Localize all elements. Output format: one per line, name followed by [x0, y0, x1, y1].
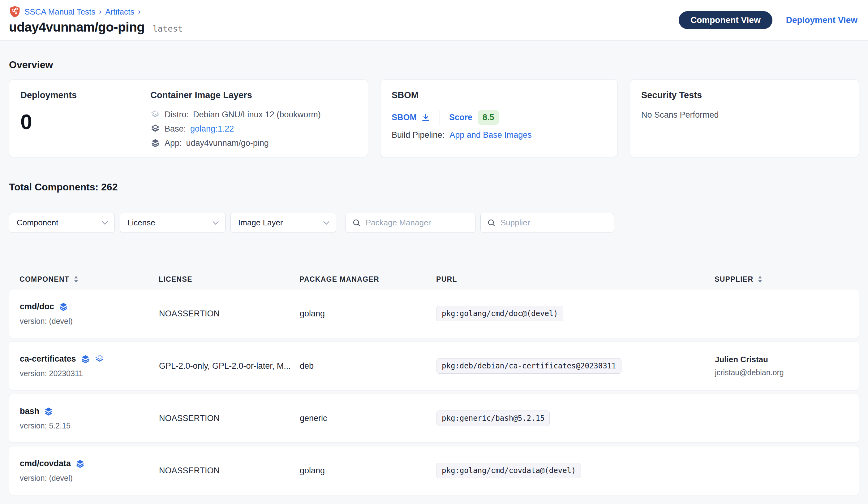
components-table: COMPONENT LICENSE PACKAGE MANAGER PURL S… [9, 269, 859, 495]
ssca-shield-logo-icon [9, 6, 21, 18]
table-row[interactable]: bash version: 5.2.15 NOASSERTION generic… [9, 394, 859, 443]
column-header-purl: PURL [436, 275, 715, 284]
license-cell: NOASSERTION [159, 309, 300, 319]
sort-icon[interactable] [73, 275, 79, 283]
component-version: version: 20230311 [20, 369, 159, 378]
download-icon [421, 113, 430, 122]
component-cell: cmd/covdata version: (devel) [20, 459, 159, 483]
supplier-name: Julien Cristau [715, 355, 848, 364]
layer-label: Distro: [165, 110, 189, 120]
deployments-count: 0 [20, 110, 150, 134]
package-manager-search [345, 213, 475, 233]
view-toggle: Component View Deployment View [679, 11, 857, 29]
component-name: cmd/covdata [20, 459, 71, 468]
column-header-component[interactable]: COMPONENT [20, 275, 159, 284]
build-pipeline-label: Build Pipeline: [392, 130, 445, 140]
page-header: SSCA Manual Tests › Artifacts › uday4vun… [0, 0, 868, 41]
security-tests-title: Security Tests [641, 90, 848, 100]
column-header-license: LICENSE [159, 275, 299, 284]
breadcrumb-artifacts-link[interactable]: Artifacts [105, 7, 134, 17]
image-layer-row: Distro: Debian GNU/Linux 12 (bookworm) [150, 110, 321, 120]
table-row[interactable]: cmd/covdata version: (devel) NOASSERTION… [9, 446, 859, 495]
column-header-supplier[interactable]: SUPPLIER [715, 275, 848, 284]
purl-chip[interactable]: pkg:golang/cmd/doc@(devel) [436, 306, 563, 321]
page-title: uday4vunnam/go-ping [9, 20, 145, 35]
purl-chip[interactable]: pkg:deb/debian/ca-certificates@20230311 [436, 358, 621, 374]
component-name: ca-certificates [20, 354, 76, 364]
app-layer-icon [150, 138, 160, 148]
app-stack-icon [44, 406, 53, 416]
supplier-email: jcristau@debian.org [715, 368, 848, 377]
deployments-label: Deployments [20, 90, 150, 100]
divider [440, 111, 440, 125]
base-layer-icon [150, 124, 160, 134]
security-tests-card: Security Tests No Scans Performed [630, 79, 859, 157]
component-version: version: (devel) [20, 474, 159, 483]
component-version: version: (devel) [20, 317, 159, 326]
build-pipeline-link[interactable]: App and Base Images [450, 130, 532, 140]
license-cell: NOASSERTION [159, 466, 300, 475]
package-manager-cell: golang [300, 466, 436, 475]
total-components-heading: Total Components: 262 [9, 181, 859, 193]
image-layer-filter-select[interactable]: Image Layer [230, 213, 336, 233]
sbom-score-label: Score [449, 113, 472, 122]
deployment-view-button[interactable]: Deployment View [786, 15, 857, 25]
license-filter-select[interactable]: License [120, 213, 226, 233]
purl-chip[interactable]: pkg:golang/cmd/covdata@(devel) [436, 463, 581, 478]
container-image-layers-title: Container Image Layers [150, 90, 321, 100]
table-header-row: COMPONENT LICENSE PACKAGE MANAGER PURL S… [9, 269, 859, 289]
deployments-and-layers-card: Deployments 0 Container Image Layers Dis… [9, 79, 368, 157]
chevron-down-icon [102, 221, 108, 225]
supplier-search-input[interactable] [500, 218, 608, 228]
package-manager-cell: generic [300, 414, 436, 423]
sort-icon[interactable] [757, 275, 763, 283]
sbom-card: SBOM SBOM Score 8.5 Build Pipeline: App … [380, 79, 618, 157]
sbom-score-badge: 8.5 [478, 110, 499, 125]
layer-value: Debian GNU/Linux 12 (bookworm) [193, 110, 321, 120]
chevron-down-icon [323, 221, 330, 225]
table-row[interactable]: cmd/doc version: (devel) NOASSERTION gol… [9, 289, 859, 338]
supplier-cell: Julien Cristau jcristau@debian.org [715, 355, 848, 377]
purl-chip[interactable]: pkg:generic/bash@5.2.15 [436, 411, 550, 426]
distro-diamond-icon [95, 354, 105, 364]
component-name: cmd/doc [20, 302, 54, 311]
purl-cell: pkg:golang/cmd/doc@(devel) [436, 306, 715, 321]
component-cell: bash version: 5.2.15 [20, 406, 159, 430]
component-cell: ca-certificates version: 20230311 [20, 354, 159, 378]
search-icon [487, 218, 496, 228]
layer-label: Base: [165, 124, 186, 134]
component-version: version: 5.2.15 [20, 421, 159, 430]
layer-value: uday4vunnam/go-ping [186, 138, 269, 148]
overview-heading: Overview [9, 59, 859, 71]
package-manager-search-input[interactable] [366, 218, 469, 228]
package-manager-cell: deb [300, 361, 436, 371]
supplier-search [480, 213, 614, 233]
component-cell: cmd/doc version: (devel) [20, 302, 159, 326]
distro-layer-icon [150, 110, 160, 120]
column-header-package-manager: PACKAGE MANAGER [299, 275, 436, 284]
component-name: bash [20, 406, 39, 416]
purl-cell: pkg:generic/bash@5.2.15 [436, 411, 715, 426]
layer-label: App: [165, 138, 182, 148]
license-cell: NOASSERTION [159, 414, 300, 423]
app-stack-icon [59, 302, 68, 312]
container-image-layers-list: Distro: Debian GNU/Linux 12 (bookworm) B… [150, 110, 321, 148]
purl-cell: pkg:deb/debian/ca-certificates@20230311 [436, 358, 715, 374]
search-icon [352, 218, 361, 228]
app-stack-icon [75, 459, 85, 469]
filters-bar: Component License Image Layer [9, 213, 859, 233]
package-manager-cell: golang [300, 309, 436, 319]
breadcrumb-project-link[interactable]: SSCA Manual Tests [24, 7, 95, 17]
layer-value-link[interactable]: golang:1.22 [190, 124, 234, 134]
app-stack-icon [80, 354, 90, 364]
component-view-button[interactable]: Component View [679, 11, 772, 29]
component-filter-select[interactable]: Component [9, 213, 115, 233]
license-cell: GPL-2.0-only, GPL-2.0-or-later, M... [159, 361, 300, 371]
table-row[interactable]: ca-certificates version: 20230311 GPL-2.… [9, 342, 859, 390]
image-layer-row: Base: golang:1.22 [150, 124, 321, 134]
chevron-down-icon [212, 221, 219, 225]
sbom-card-title: SBOM [392, 90, 606, 100]
security-tests-status: No Scans Performed [641, 110, 848, 120]
purl-cell: pkg:golang/cmd/covdata@(devel) [436, 463, 715, 478]
sbom-download-link[interactable]: SBOM [392, 113, 430, 122]
